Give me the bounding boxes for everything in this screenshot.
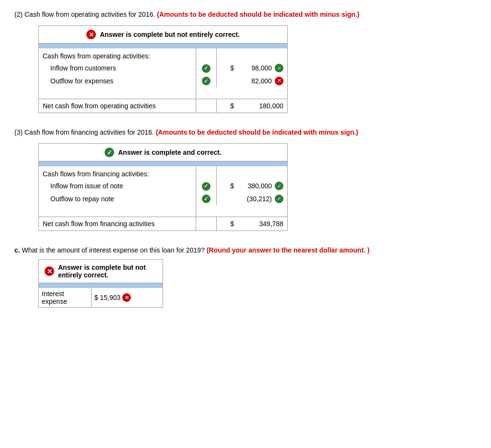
section-part-c: c. What is the amount of interest expens… [14, 245, 477, 308]
row-dollar: $ [217, 180, 235, 193]
spacer-row [39, 87, 287, 99]
part-c-note: (Round your answer to the nearest dollar… [207, 246, 370, 254]
part3-note: (Amounts to be deducted should be indica… [156, 128, 358, 136]
total-dollar: $ [217, 99, 235, 113]
interest-status-icon: ✕ [122, 293, 131, 302]
part3-table-header-row: Cash flows from financing activities: [39, 166, 287, 180]
value-text: 82,000 [251, 77, 272, 85]
part3-header: (3) Cash flow from financing activities … [14, 127, 477, 138]
part2-col-value-header [235, 48, 287, 62]
row-label: Inflow from customers [39, 62, 196, 75]
part3-col-check-header [196, 166, 217, 180]
part-c-status-icon: ✕ [45, 266, 54, 276]
part2-answer-box: ✕ Answer is complete but not entirely co… [38, 25, 288, 113]
part2-table: Cash flows from operating activities: In… [39, 48, 287, 113]
row-check: ✓ [196, 180, 217, 193]
part-c-table-container: Interestexpense $ 15,903 ✕ [39, 288, 163, 307]
row-label: Outflow for expenses [39, 75, 196, 88]
check-icon-green: ✓ [202, 195, 210, 203]
part-c-table: Interestexpense $ 15,903 ✕ [39, 288, 163, 307]
spacer-cell [217, 87, 235, 99]
value-text: (30,212) [247, 195, 272, 203]
interest-label: Interestexpense [39, 288, 91, 307]
spacer-cell [235, 87, 287, 99]
value-text: 98,000 [251, 64, 272, 72]
value-status-icon-green: ✓ [275, 195, 283, 203]
value-status-icon-red: ✕ [275, 77, 283, 85]
interest-row: Interestexpense $ 15,903 ✕ [39, 288, 163, 307]
value-text: 380,000 [247, 182, 272, 190]
total-value: 349,788 [235, 217, 287, 231]
spacer-cell [217, 205, 235, 217]
row-dollar [217, 75, 235, 88]
part3-answer-box: ✓ Answer is complete and correct. Cash f… [38, 143, 288, 231]
part3-label: (3) Cash flow from financing activities … [14, 128, 154, 136]
total-label: Net cash flow from operating activities [39, 99, 196, 113]
row-value: 82,000 ✕ [235, 75, 287, 88]
value-status-icon-green: ✓ [275, 64, 283, 72]
part-c-header: c. What is the amount of interest expens… [14, 245, 477, 255]
row-label: Inflow from issue of note [39, 180, 196, 193]
part2-answer-status: Answer is complete but not entirely corr… [100, 31, 240, 38]
row-value: 98,000 ✓ [235, 62, 287, 75]
part2-blue-bar [39, 44, 287, 48]
value-with-icon: (30,212) ✓ [239, 195, 283, 203]
value-status-icon-green: ✓ [275, 182, 283, 190]
check-icon-green: ✓ [202, 64, 210, 73]
section-part3: (3) Cash flow from financing activities … [14, 127, 477, 231]
part2-header: (2) Cash flow from operating activities … [14, 10, 477, 20]
interest-value-wrapper: $ 15,903 ✕ [94, 293, 160, 302]
table-row: Inflow from issue of note ✓ $ 380,000 ✓ [39, 180, 287, 193]
value-with-icon: 98,000 ✓ [239, 64, 283, 72]
value-with-icon: 82,000 ✕ [239, 77, 283, 85]
spacer-cell [196, 87, 217, 99]
part-c-blue-bar [39, 283, 163, 288]
part3-table-container: Cash flows from financing activities: In… [39, 166, 287, 230]
part-c-answer-box: ✕ Answer is complete but not entirely co… [38, 259, 163, 308]
part3-table: Cash flows from financing activities: In… [39, 166, 287, 230]
part3-status-icon: ✓ [105, 148, 114, 157]
part-c-answer-status: Answer is complete but not entirely corr… [58, 264, 157, 279]
part3-blue-bar [39, 161, 287, 166]
section-part2: (2) Cash flow from operating activities … [14, 10, 477, 113]
part3-answer-header: ✓ Answer is complete and correct. [39, 144, 287, 161]
value-with-icon: 380,000 ✓ [239, 182, 283, 190]
part2-note: (Amounts to be deducted should be indica… [157, 11, 359, 18]
row-dollar [217, 193, 235, 206]
table-row: Inflow from customers ✓ $ 98,000 ✓ [39, 62, 287, 75]
total-dollar: $ [217, 217, 235, 231]
part2-col-check-header [196, 48, 217, 62]
row-value: (30,212) ✓ [235, 193, 287, 206]
table-row: Outflow for expenses ✓ 82,000 ✕ [39, 75, 287, 88]
spacer-cell [235, 205, 287, 217]
part2-label: (2) Cash flow from operating activities … [14, 11, 155, 18]
spacer-cell [39, 205, 196, 217]
row-label: Outflow to repay note [39, 193, 196, 206]
part-c-letter: c. [14, 246, 20, 254]
spacer-row [39, 205, 287, 217]
part2-status-icon: ✕ [86, 30, 96, 39]
row-check: ✓ [196, 62, 217, 75]
interest-dollar: $ [94, 294, 98, 301]
total-label: Net cash flow from financing activities [39, 217, 196, 231]
part2-col-dollar-header [217, 48, 235, 62]
total-check [196, 99, 217, 113]
part2-answer-header: ✕ Answer is complete but not entirely co… [39, 26, 287, 44]
row-value: 380,000 ✓ [235, 180, 287, 193]
part2-table-header-row: Cash flows from operating activities: [39, 48, 287, 62]
part-c-question: What is the amount of interest expense o… [22, 246, 205, 254]
interest-value-cell: $ 15,903 ✕ [91, 288, 163, 307]
part3-answer-status: Answer is complete and correct. [118, 149, 222, 156]
check-icon-green: ✓ [202, 182, 210, 191]
check-icon-green: ✓ [202, 77, 210, 85]
row-check: ✓ [196, 75, 217, 88]
part3-col-dollar-header [217, 166, 235, 180]
table-row: Outflow to repay note ✓ (30,212) ✓ [39, 193, 287, 206]
total-check [196, 217, 217, 231]
spacer-cell [39, 87, 196, 99]
part3-col-value-header [235, 166, 287, 180]
row-dollar: $ [217, 62, 235, 75]
part-c-answer-header: ✕ Answer is complete but not entirely co… [39, 260, 163, 283]
part2-table-title: Cash flows from operating activities: [39, 48, 196, 62]
total-value: 180,000 [235, 99, 287, 113]
